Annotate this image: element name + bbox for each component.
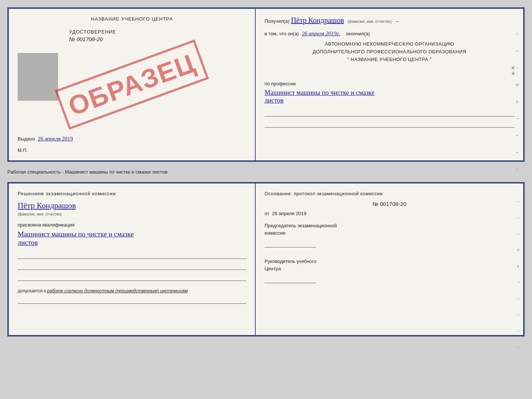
rukovoditel-label2: Центра	[265, 266, 281, 271]
dash1: –	[396, 18, 399, 24]
qualification-block: Машинист машины по чистке и смазке листо…	[18, 229, 246, 248]
osnovanie-line: Основание: протокол экзаменационной коми…	[265, 191, 514, 196]
ot-date: 26 апреля 2019	[272, 211, 307, 216]
dopuskaetsya-label: допускается к	[18, 288, 46, 293]
recipient-name: Пётр Кондрашов	[291, 16, 344, 25]
right-margin-marks: – – – и а ← – – –	[516, 31, 521, 172]
top-left-title: НАЗВАНИЕ УЧЕБНОГО ЦЕНТРА	[18, 16, 246, 22]
bottom-recipient-name: Пётр Кондрашов	[18, 201, 76, 210]
udostoverenie-block: УДОСТОВЕРЕНИЕ № 001708-20	[69, 29, 246, 42]
vtom-line: в том, что он(а) 26 апреля 2019г. окончи…	[265, 31, 514, 37]
completion-date: 26 апреля 2019г.	[302, 31, 340, 37]
poluchil-label: Получил(а)	[265, 18, 290, 24]
protocol-number: № 001708-20	[265, 201, 514, 207]
org-line1: АВТОНОМНУЮ НЕКОММЕРЧЕСКУЮ ОРГАНИЗАЦИЮ	[265, 40, 514, 48]
dopuskaetsya-block: допускается к работе согласно должностны…	[18, 288, 246, 293]
bottom-margin-marks: – – – и а ← – – – –	[517, 198, 522, 350]
bottom-doc-left: Решением экзаменационной комиссии Пётр К…	[9, 184, 256, 335]
bottom-document: Решением экзаменационной комиссии Пётр К…	[7, 182, 525, 336]
prisvoena-line: присвоена квалификация	[18, 222, 246, 228]
udostoverenie-title: УДОСТОВЕРЕНИЕ	[69, 29, 246, 35]
rukovoditel-block: Руководитель учебного Центра	[265, 258, 514, 272]
vibano-date: 26 апреля 2019	[38, 136, 73, 142]
predsedatel-label: Председатель экзаменационной	[265, 223, 337, 228]
vtom-label: в том, что он(а)	[265, 31, 299, 36]
bottom-underline-2	[18, 261, 246, 270]
name-hint: (фамилия, имя, отчество)	[348, 19, 392, 24]
mp-label: М.П.	[18, 147, 28, 153]
poluchil-line: Получил(а) Пётр Кондрашов (фамилия, имя,…	[265, 16, 514, 25]
bottom-doc-right: Основание: протокол экзаменационной коми…	[256, 184, 523, 335]
vibano-label: Выдано	[18, 136, 35, 142]
a-label: а	[512, 70, 514, 76]
org-line3: " НАЗВАНИЕ УЧЕБНОГО ЦЕНТРА "	[265, 56, 514, 64]
underline-row-1	[265, 108, 514, 117]
bottom-underline-3	[18, 272, 246, 281]
resheniem-line: Решением экзаменационной комиссии	[18, 191, 246, 196]
rukovoditel-signature	[265, 276, 316, 283]
dopuskaetsya-text: работе согласно должностным (производств…	[47, 288, 188, 293]
ot-line: от 26 апреля 2019	[265, 211, 514, 216]
photo-placeholder	[18, 53, 58, 101]
okonchil-label: окончил(а)	[346, 31, 370, 36]
bottom-underline-1	[18, 250, 246, 259]
udostoverenie-number: № 001708-20	[69, 36, 246, 42]
profession-handwritten: Машинист машины по чистке и смазке листо…	[265, 88, 514, 106]
top-document: НАЗВАНИЕ УЧЕБНОГО ЦЕНТРА УДОСТОВЕРЕНИЕ №…	[7, 7, 525, 162]
rukovoditel-label: Руководитель учебного	[265, 259, 316, 264]
predsedatel-block: Председатель экзаменационной комиссии	[265, 222, 514, 236]
page-wrapper: НАЗВАНИЕ УЧЕБНОГО ЦЕНТРА УДОСТОВЕРЕНИЕ №…	[7, 7, 525, 336]
separator-label: Рабочая специальность - Машинист машины …	[7, 166, 525, 178]
org-line2: ДОПОЛНИТЕЛЬНОГО ПРОФЕССИОНАЛЬНОГО ОБРАЗО…	[265, 48, 514, 56]
predsedatel-label2: комиссии	[265, 230, 285, 236]
underline-row-2	[265, 119, 514, 128]
top-doc-right: Получил(а) Пётр Кондрашов (фамилия, имя,…	[256, 9, 523, 160]
ot-label: от	[265, 211, 269, 216]
org-text: АВТОНОМНУЮ НЕКОММЕРЧЕСКУЮ ОРГАНИЗАЦИЮ ДО…	[265, 40, 514, 63]
bottom-name-hint: (фамилия, имя, отчество)	[18, 212, 62, 216]
top-doc-left: НАЗВАНИЕ УЧЕБНОГО ЦЕНТРА УДОСТОВЕРЕНИЕ №…	[9, 9, 256, 160]
po-professii: по профессии	[265, 81, 514, 86]
vibano-line: Выдано 26 апреля 2019	[18, 136, 246, 142]
bottom-underline-4	[18, 295, 246, 304]
predsedatel-signature	[265, 240, 316, 247]
bottom-name-block: Пётр Кондрашов (фамилия, имя, отчество)	[18, 201, 246, 217]
i-label: и	[512, 65, 514, 70]
obrazec-stamp: ОБРАЗЕЦ	[55, 39, 209, 130]
